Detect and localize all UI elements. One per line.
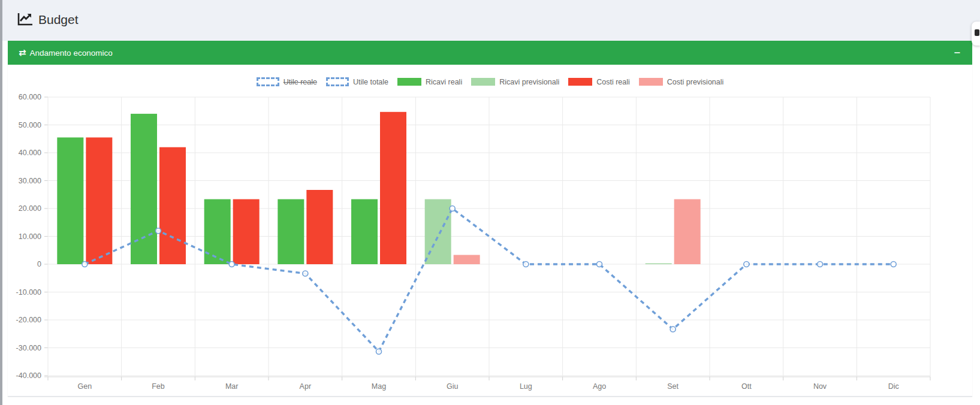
legend-dashed-line-swatch [257,77,279,86]
floating-action-icon [975,29,979,36]
svg-text:Mar: Mar [225,382,239,391]
page-header: Budget [2,0,980,41]
legend-item-ricavi-reali[interactable]: Ricavi reali [397,78,462,86]
legend-label: Ricavi reali [426,78,462,86]
svg-text:50.000: 50.000 [19,121,41,129]
svg-text:Lug: Lug [520,382,532,391]
legend-color-swatch [471,78,495,86]
panel-title: Andamento economico [30,49,113,58]
svg-text:Gen: Gen [78,382,92,391]
panel-body: Utile realeUtile totaleRicavi realiRicav… [8,65,972,395]
svg-text:Apr: Apr [300,382,311,391]
legend-label: Utile reale [284,78,317,86]
collapse-panel-button[interactable]: − [952,47,961,58]
svg-text:0: 0 [37,260,41,268]
svg-text:Feb: Feb [152,382,165,391]
legend-color-swatch [397,78,421,86]
svg-text:Mag: Mag [372,382,386,391]
svg-text:20.000: 20.000 [19,204,41,213]
legend-dashed-line-swatch [326,77,349,86]
svg-text:40.000: 40.000 [19,149,41,157]
svg-text:-20.000: -20.000 [16,316,41,324]
legend-item-costi-reali[interactable]: Costi reali [568,78,630,86]
page-title: Budget [17,12,79,27]
panel-header: ⇄ Andamento economico − [8,41,972,65]
legend-color-swatch [568,78,592,86]
svg-text:Ott: Ott [741,382,752,391]
app-screen: Budget ⇄ Andamento economico − Utile rea… [0,0,980,405]
svg-text:60.000: 60.000 [19,93,41,101]
svg-text:Ago: Ago [593,382,606,391]
legend-label: Costi reali [596,78,630,86]
svg-text:-30.000: -30.000 [16,344,41,352]
svg-text:Dic: Dic [888,382,899,391]
legend-item-ricavi-previsionali[interactable]: Ricavi previsionali [471,78,559,86]
svg-text:-10.000: -10.000 [16,288,41,297]
chart-line-icon [17,12,33,27]
budget-panel: ⇄ Andamento economico − Utile realeUtile… [8,41,972,397]
svg-text:Nov: Nov [813,382,827,391]
svg-text:-40.000: -40.000 [16,371,41,380]
exchange-arrows-icon: ⇄ [19,47,26,58]
legend-color-swatch [639,78,663,86]
legend-item-utile-reale[interactable]: Utile reale [257,77,317,86]
svg-text:Set: Set [667,382,679,391]
legend-label: Costi previsionali [667,78,723,86]
legend-label: Utile totale [353,78,388,86]
svg-text:Giu: Giu [447,382,459,391]
chart-legend: Utile realeUtile totaleRicavi realiRicav… [8,77,972,86]
legend-item-utile-totale[interactable]: Utile totale [326,77,388,86]
left-edge-strip [0,0,2,405]
legend-label: Ricavi previsionali [499,78,559,86]
svg-text:10.000: 10.000 [19,232,41,241]
floating-action-button[interactable] [972,22,980,46]
legend-item-costi-previsionali[interactable]: Costi previsionali [639,78,723,86]
page-title-text: Budget [38,13,79,27]
budget-chart: 60.00050.00040.00030.00020.00010.0000-10… [8,65,972,395]
svg-text:30.000: 30.000 [19,177,41,185]
